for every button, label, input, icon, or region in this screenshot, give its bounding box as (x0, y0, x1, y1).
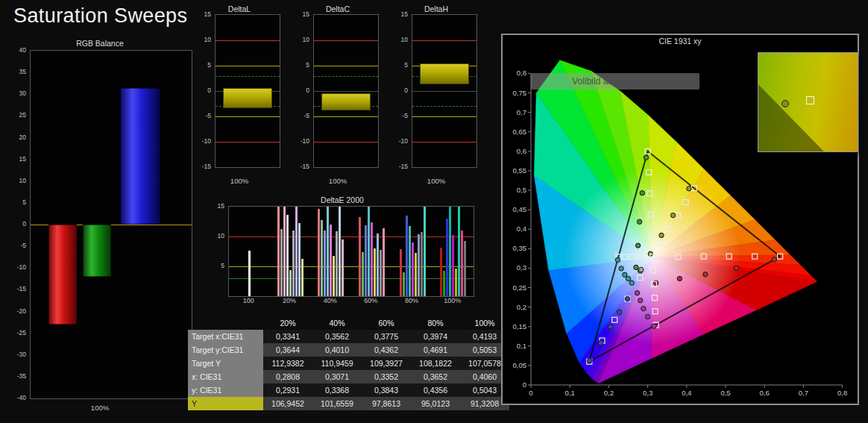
x-tick-label: 60% (364, 297, 377, 304)
delta-e-bar (461, 231, 463, 296)
bar-green (83, 225, 111, 277)
delta-bar (321, 93, 370, 110)
threshold-line (229, 278, 474, 279)
threshold-line (314, 142, 378, 142)
measured-point (626, 276, 630, 281)
delta-e-bar (415, 253, 417, 296)
cell-value: 0,3644 (263, 343, 312, 357)
delta-e-bar (292, 231, 295, 296)
bar-blue (120, 88, 160, 225)
x-tick-label: 100% (444, 297, 461, 304)
measured-point (635, 291, 639, 295)
delta-e-bar (424, 207, 426, 296)
column-header: 60% (362, 316, 411, 330)
column-header: 20% (263, 316, 312, 330)
y-tick-label: 0,2 (517, 303, 526, 311)
tick-label: 5 (306, 61, 309, 69)
x-tick-label: 0,6 (760, 389, 770, 397)
y-tick-label: 0,8 (517, 69, 526, 77)
cell-value: 109,3927 (362, 357, 411, 370)
tick-label: 10 (218, 232, 224, 239)
snip-overlay-label: Vollbild ausschneiden (572, 76, 658, 87)
measured-point (772, 257, 776, 262)
delta-e-bar (336, 231, 338, 296)
delta-l-chart: DeltaL 151050-5-10-15 100% (195, 4, 283, 187)
row-label: Target x:CIE31 (188, 330, 263, 343)
tick-label: 0 (207, 87, 211, 94)
threshold-line (216, 66, 280, 66)
x-axis: 10020%40%60%80%100% (228, 297, 473, 307)
delta-e-bar (446, 219, 448, 296)
snip-tool-overlay-button[interactable]: Vollbild ausschneiden (531, 73, 699, 90)
threshold-line (314, 66, 378, 66)
x-tick-label: 0,1 (565, 389, 575, 397)
tick-label: 40 (19, 46, 26, 54)
y-axis: 151050-5-10-15 (294, 14, 312, 166)
cell-value: 0,3368 (312, 383, 362, 397)
threshold-line (216, 40, 280, 41)
delta-e-bar (452, 235, 454, 296)
x-tick-label: 0 (529, 389, 532, 397)
delta-e-bar (248, 251, 251, 296)
delta-e-2000-chart: DeltaE 2000 15105 10020%40%60%80%100% (207, 195, 477, 312)
row-label: y: CIE31 (188, 383, 263, 397)
delta-e-bar (421, 232, 423, 296)
y-tick-label: 0,55 (513, 166, 527, 175)
tick-label: 0 (306, 87, 309, 94)
cell-value: 106,9452 (263, 397, 312, 410)
tick-label: 30 (19, 90, 26, 97)
delta-e-bar (440, 248, 442, 296)
plot-area (228, 206, 474, 297)
cie-chart-panel: CIE 1931 xy 00,10,20,30,40,50,60,70,800,… (501, 34, 859, 405)
tick-label: 0 (404, 87, 408, 94)
x-tick-label: 0,3 (643, 389, 652, 397)
row-label: Target y:CIE31 (188, 343, 263, 357)
measured-point (639, 267, 644, 272)
tick-label: 5 (404, 61, 408, 69)
delta-e-bar (380, 250, 382, 296)
delta-bar (420, 63, 468, 84)
tick-label: 5 (221, 262, 224, 269)
tick-label: 5 (22, 198, 26, 206)
cie-zoom-inset (758, 52, 858, 152)
tick-label: -10 (17, 263, 26, 271)
measured-point (644, 155, 648, 160)
delta-e-bar (377, 234, 379, 296)
measured-point (670, 213, 675, 217)
delta-h-chart: DeltaH 151050-5-10-15 100% (392, 4, 480, 187)
x-tick-label: 0,4 (682, 389, 691, 397)
delta-e-bar (464, 241, 466, 296)
tick-label: 15 (401, 10, 408, 18)
threshold-line (412, 116, 477, 117)
measured-point (677, 276, 682, 281)
delta-e-bar (283, 207, 286, 296)
tick-label: 15 (204, 10, 211, 18)
threshold-line (412, 106, 477, 107)
delta-e-bar (443, 271, 445, 296)
table-row: Target Y112,9382110,9459109,3927108,1822… (188, 357, 509, 370)
page-title: Saturation Sweeps (13, 4, 187, 28)
y-tick-label: 0,65 (513, 128, 527, 136)
cell-value: 0,4010 (312, 343, 362, 357)
column-header: 40% (312, 316, 362, 330)
tick-label: -5 (304, 112, 309, 119)
threshold-line (412, 142, 477, 142)
x-axis-label: 100% (294, 177, 382, 185)
x-tick-label: 40% (324, 297, 337, 304)
column-header: 80% (411, 316, 460, 330)
cell-value: 0,3352 (362, 370, 411, 383)
cell-value: 0,4356 (411, 383, 460, 397)
x-tick-label: 80% (405, 297, 418, 304)
cell-value: 101,6559 (312, 397, 362, 410)
tick-label: 10 (204, 36, 211, 43)
cell-value: 95,0123 (411, 397, 460, 410)
y-tick-label: 0,35 (513, 244, 527, 252)
delta-e-bar (458, 207, 460, 296)
cell-value: 0,4691 (411, 343, 460, 357)
zero-line (412, 91, 477, 92)
cell-value: 0,3071 (312, 370, 362, 383)
delta-e-bar (342, 239, 344, 296)
delta-e-bar (318, 209, 320, 296)
chart-title: CIE 1931 xy (503, 37, 858, 46)
measured-point (598, 340, 603, 345)
